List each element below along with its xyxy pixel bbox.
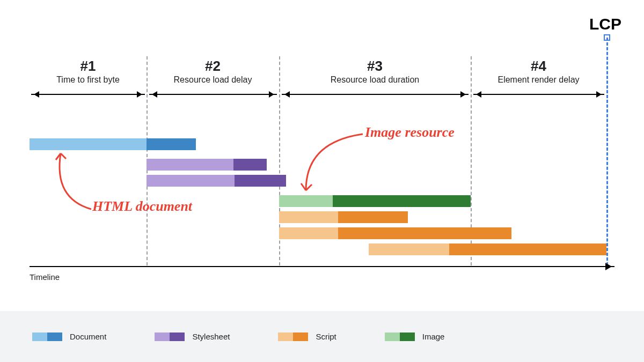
timeline-axis-label: Timeline bbox=[30, 272, 60, 282]
legend-document: Document bbox=[32, 332, 106, 341]
legend-document-label: Document bbox=[70, 332, 106, 341]
legend-script-label: Script bbox=[316, 332, 336, 341]
annotation-arrow-image bbox=[301, 131, 381, 201]
legend-stylesheet-label: Stylesheet bbox=[192, 332, 230, 341]
lcp-vertical-line bbox=[606, 38, 608, 265]
bar-script-a bbox=[279, 211, 408, 223]
phase-2-arrow bbox=[149, 94, 277, 95]
lcp-label: LCP bbox=[589, 15, 621, 33]
diagram-stage: LCP #1 Time to first byte #2 Resource lo… bbox=[0, 0, 644, 362]
bar-stylesheet-a bbox=[147, 159, 267, 171]
phase-1-num: #1 bbox=[30, 58, 147, 75]
legend-image-label: Image bbox=[422, 332, 445, 341]
bar-document bbox=[30, 138, 196, 150]
phase-1-sub: Time to first byte bbox=[30, 75, 147, 85]
bar-script-c bbox=[369, 243, 606, 255]
phase-4-sub: Element render delay bbox=[471, 75, 606, 85]
bar-script-b bbox=[279, 227, 511, 239]
annotation-image-label: Image resource bbox=[365, 124, 455, 141]
phase-4-num: #4 bbox=[471, 58, 606, 75]
legend-stylesheet: Stylesheet bbox=[155, 332, 230, 341]
phase-2-num: #2 bbox=[147, 58, 279, 75]
legend-script: Script bbox=[278, 332, 336, 341]
bar-stylesheet-b bbox=[147, 175, 286, 187]
phase-3-num: #3 bbox=[279, 58, 471, 75]
annotation-html-label: HTML document bbox=[92, 198, 192, 215]
phase-1-arrow bbox=[31, 94, 145, 95]
legend-bar: Document Stylesheet Script Image bbox=[0, 311, 644, 362]
timeline-axis bbox=[30, 266, 614, 267]
phase-2-sub: Resource load delay bbox=[147, 75, 279, 85]
phase-3-sub: Resource load duration bbox=[279, 75, 471, 85]
phase-3-arrow bbox=[282, 94, 469, 95]
phase-4-arrow bbox=[473, 94, 604, 95]
legend-image: Image bbox=[385, 332, 445, 341]
